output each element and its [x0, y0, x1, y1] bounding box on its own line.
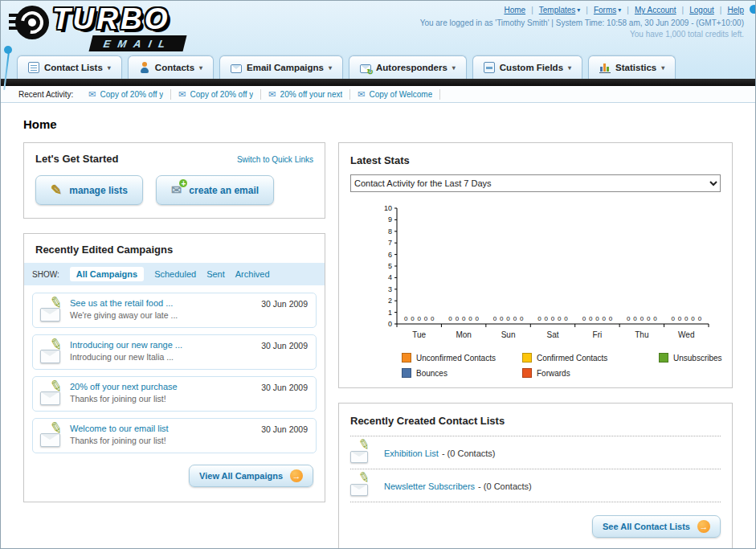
top-nav-link[interactable]: Forms	[594, 6, 616, 14]
top-nav-link[interactable]: My Account	[635, 6, 676, 14]
top-nav-item: Help▾	[714, 6, 744, 14]
svg-text:9: 9	[388, 215, 392, 223]
svg-text:0: 0	[627, 315, 631, 322]
manage-lists-button[interactable]: ✎ manage lists	[35, 175, 143, 205]
recent-activity-item-label: Copy of 20% off yo	[100, 90, 164, 99]
page-title: Home	[23, 117, 733, 131]
contacts-icon	[139, 62, 150, 73]
recent-activity-item-label: Copy of Welcome to	[369, 90, 432, 99]
svg-text:0: 0	[640, 315, 644, 322]
stats-range-select[interactable]: Contact Activity for the Last 7 Days	[350, 174, 721, 192]
svg-text:0: 0	[671, 315, 675, 322]
email-campaigns-icon	[231, 64, 242, 73]
campaign-title-link[interactable]: See us at the retail food ...	[70, 298, 243, 308]
pencil-icon: ✎	[357, 436, 372, 455]
svg-text:0: 0	[411, 315, 415, 322]
svg-text:0: 0	[448, 315, 452, 322]
nav-tab[interactable]: Statistics ▾	[588, 55, 676, 79]
campaign-title-link[interactable]: Welcome to our email list	[70, 424, 243, 433]
contact-list-count: - (0 Contacts)	[478, 481, 532, 491]
pencil-icon: ✎	[47, 334, 64, 354]
svg-text:4: 4	[388, 273, 392, 281]
see-all-contact-lists-button[interactable]: See All Contact Lists →	[592, 515, 721, 538]
svg-text:0: 0	[537, 315, 541, 322]
app-logo[interactable]: TURBO EMAIL	[10, 4, 185, 51]
top-nav-link[interactable]: Home	[504, 6, 525, 14]
login-status: You are logged in as 'Timothy Smith' | S…	[420, 18, 744, 27]
nav-tab-label: Custom Fields	[500, 63, 563, 72]
svg-text:0: 0	[678, 315, 682, 322]
create-email-label: create an email	[189, 185, 259, 196]
chevron-down-icon: ▾	[661, 64, 664, 72]
view-all-campaigns-button[interactable]: View All Campaigns →	[189, 465, 313, 487]
svg-text:7: 7	[388, 239, 392, 247]
list-envelope-pencil-icon: ✎	[350, 443, 374, 464]
campaign-title-link[interactable]: Introducing our new range ...	[70, 340, 243, 350]
contact-list-row: ✎ Exhibition List- (0 Contacts)	[350, 436, 721, 469]
svg-text:0: 0	[582, 315, 586, 322]
contact-list-row: ✎ Newsletter Subscribers- (0 Contacts)	[350, 469, 721, 502]
pencil-icon: ✎	[47, 375, 64, 396]
top-nav-link[interactable]: Help	[727, 6, 744, 14]
campaign-filter-link[interactable]: Archived	[235, 269, 270, 279]
logo-subtitle: EMAIL	[103, 38, 174, 50]
switch-quick-links-link[interactable]: Switch to Quick Links	[237, 155, 313, 164]
nav-tab[interactable]: Custom Fields ▾	[472, 55, 582, 79]
svg-text:0: 0	[595, 315, 599, 322]
svg-text:1: 1	[388, 309, 392, 317]
legend-swatch	[659, 353, 668, 363]
top-nav: Home▾ Templates▾ Forms▾ My Account▾ Logo…	[420, 6, 744, 14]
legend-item: Bounces	[402, 368, 522, 378]
decorative-edge-dot	[750, 5, 756, 14]
pencil-icon: ✎	[51, 182, 62, 199]
top-nav-item: Templates▾	[525, 6, 580, 14]
envelope-icon: ✉	[178, 89, 186, 100]
show-label: SHOW:	[32, 270, 59, 279]
svg-text:0: 0	[456, 315, 460, 322]
nav-tab[interactable]: Contact Lists ▾	[17, 55, 122, 79]
recent-activity-item[interactable]: ✉ 20% off your next	[261, 89, 350, 100]
top-nav-link[interactable]: Templates	[539, 6, 576, 14]
top-nav-link[interactable]: Logout	[689, 6, 714, 14]
svg-text:Fri: Fri	[593, 330, 603, 339]
svg-text:Tue: Tue	[412, 330, 426, 339]
svg-text:8: 8	[388, 227, 392, 236]
chevron-down-icon: ▾	[452, 64, 456, 72]
svg-text:0: 0	[468, 315, 472, 322]
recent-campaigns-panel: Recently Edited Campaigns SHOW: All Camp…	[23, 233, 325, 502]
create-email-button[interactable]: ✉ + create an email	[156, 175, 274, 205]
latest-stats-panel: Latest Stats Contact Activity for the La…	[338, 142, 733, 388]
nav-tab[interactable]: Email Campaigns ▾	[219, 55, 343, 79]
legend-item: Unsubscribes	[659, 353, 722, 363]
svg-text:0: 0	[653, 315, 657, 322]
campaign-title-link[interactable]: 20% off your next purchase	[70, 382, 243, 391]
legend-swatch	[522, 368, 532, 378]
contact-list-link[interactable]: Exhibition List	[384, 449, 439, 458]
campaign-envelope-pencil-icon: ✎	[40, 342, 67, 364]
recent-activity-item[interactable]: ✉ Copy of 20% off yo	[171, 89, 261, 100]
campaign-filter-link[interactable]: Scheduled	[154, 269, 196, 279]
contact-list-link[interactable]: Newsletter Subscribers	[384, 481, 475, 491]
manage-lists-label: manage lists	[69, 185, 128, 196]
nav-tab[interactable]: Autoresponders ▾	[349, 55, 467, 79]
campaign-filter-link[interactable]: Sent	[206, 269, 225, 279]
nav-tab-label: Email Campaigns	[247, 63, 324, 72]
svg-text:0: 0	[698, 315, 702, 322]
legend-label: Confirmed Contacts	[537, 354, 607, 363]
svg-text:6: 6	[388, 251, 392, 259]
recent-activity-item[interactable]: ✉ Copy of 20% off yo	[81, 89, 171, 100]
chevron-down-icon: ▾	[329, 64, 332, 72]
legend-item: Confirmed Contacts	[522, 353, 659, 363]
recent-contact-lists-panel: Recently Created Contact Lists ✎ Exhibit…	[338, 403, 733, 549]
svg-text:0: 0	[493, 315, 497, 322]
svg-text:0: 0	[431, 315, 435, 322]
recent-activity-item[interactable]: ✉ Copy of Welcome to	[350, 89, 440, 100]
legend-label: Unconfirmed Contacts	[416, 354, 496, 363]
campaign-filter-link[interactable]: All Campaigns	[70, 267, 144, 281]
nav-tab[interactable]: Contacts ▾	[128, 55, 214, 79]
campaign-subtitle: We're giving away our late ...	[70, 310, 243, 320]
campaign-subtitle: Thanks for joining our list!	[70, 436, 243, 445]
svg-text:0: 0	[424, 315, 428, 322]
svg-text:0: 0	[564, 315, 568, 322]
svg-text:0: 0	[633, 315, 637, 322]
